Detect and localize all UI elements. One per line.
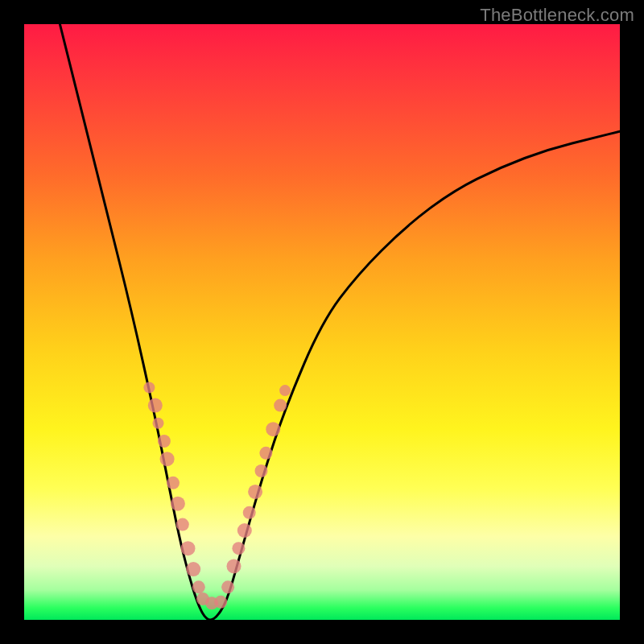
curve-dot [259, 447, 272, 460]
curve-dot [243, 506, 256, 519]
curve-dot [158, 435, 171, 448]
curve-dot [171, 497, 185, 511]
watermark-text: TheBottleneck.com [480, 5, 634, 26]
curve-dot [160, 452, 175, 466]
curve-dot [176, 518, 189, 531]
plot-area [24, 24, 620, 620]
curve-dot [192, 580, 205, 593]
curve-dot [153, 418, 164, 429]
curve-dot [181, 541, 196, 555]
chart-svg [24, 24, 620, 620]
curve-dot [248, 485, 262, 499]
curve-dot [214, 596, 227, 609]
curve-dot [266, 422, 280, 436]
bottleneck-curve [60, 24, 620, 620]
curve-dot [186, 562, 200, 576]
curve-dot [274, 399, 287, 412]
chart-frame: TheBottleneck.com [0, 0, 644, 644]
curve-dot [232, 542, 245, 555]
curve-dot [221, 580, 234, 593]
curve-dot [227, 559, 242, 573]
curve-dot [255, 464, 268, 477]
curve-dot [167, 477, 180, 489]
curve-dot [143, 382, 155, 393]
curve-dot [237, 523, 252, 538]
curve-dot [279, 385, 291, 396]
curve-dot [148, 398, 163, 413]
dot-layer [143, 382, 291, 609]
